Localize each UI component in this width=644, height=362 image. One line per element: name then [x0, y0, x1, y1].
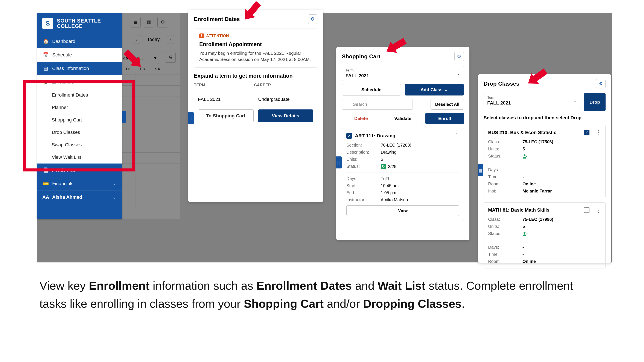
label-room: Room: — [488, 182, 518, 186]
brand-line1: SOUTH SEATTLE — [57, 18, 101, 23]
label-status: Status: — [346, 164, 376, 169]
calendar-icon: 📅 — [43, 52, 48, 57]
drawer-handle-icon[interactable]: ||| — [336, 156, 342, 168]
sidebar-item-user[interactable]: AA Aisha Ahmed ⌄ — [37, 191, 122, 204]
checkbox-unchecked-icon[interactable] — [584, 207, 590, 213]
value-instructor: Amiko Matsuo — [381, 197, 459, 202]
view-button[interactable]: View — [346, 205, 459, 216]
course-details: Class: 75-LEC (17996) Units: 5 Status: — [488, 217, 601, 238]
add-class-label: Add Class — [420, 87, 442, 92]
term-select[interactable]: Term: FALL 2021 ⌄ — [342, 66, 464, 81]
drawer-handle-icon[interactable]: ||| — [188, 112, 194, 124]
schedule-button[interactable]: Schedule — [342, 84, 401, 95]
status-enrolled-icon — [522, 154, 528, 159]
attention-label: ATTENTION — [206, 34, 229, 38]
drop-instruction: Select classes to drop and then select D… — [484, 115, 606, 121]
search-row: 🔍 Deselect All — [342, 99, 464, 110]
sidebar-item-label: Schedule — [52, 52, 72, 58]
sidebar-item-label: Aisha Ahmed — [52, 194, 82, 200]
kebab-menu-icon[interactable]: ⋮ — [454, 132, 459, 139]
term-value: FALL 2021 — [487, 100, 577, 106]
value-time: - — [522, 174, 601, 179]
search-input[interactable] — [342, 99, 413, 110]
value-class: 75-LEC (17506) — [522, 139, 601, 144]
value-class: 75-LEC (17996) — [522, 217, 601, 222]
svg-point-1 — [524, 232, 526, 234]
course-title: BUS 210: Bus & Econ Statistic — [488, 130, 556, 135]
sidebar-item-schedule[interactable]: 📅 Schedule — [37, 48, 122, 62]
drop-course-card-2: MATH 81: Basic Math Skills ⋮ Class: 75-L… — [484, 202, 606, 269]
drop-top-row: Term: FALL 2021 ⌄ Drop — [484, 93, 606, 111]
checkbox-checked-icon[interactable]: ✓ — [346, 133, 352, 139]
validate-button[interactable]: Validate — [384, 113, 422, 124]
value-section: 76-LEC (17283) — [381, 143, 459, 148]
label-units: Units: — [488, 147, 518, 151]
attention-title: Enrollment Appointment — [199, 41, 312, 47]
course-head: BUS 210: Bus & Econ Statistic ✓ ⋮ — [488, 129, 601, 136]
brand-line2: COLLEGE — [57, 23, 101, 29]
label-status: Status: — [488, 231, 518, 238]
cart-top-buttons: Schedule Add Class ⌄ — [342, 84, 464, 95]
term-label: Term: — [487, 95, 577, 100]
brand: S SOUTH SEATTLE COLLEGE — [37, 13, 122, 35]
value-units: 5 — [381, 157, 459, 162]
label-time: Time: — [488, 174, 518, 179]
attention-message: You may begin enrolling for the FALL 202… — [199, 50, 312, 63]
checkbox-checked-icon[interactable]: ✓ — [584, 130, 590, 135]
sidebar-item-class-information[interactable]: ▤ Class Information — [37, 62, 122, 75]
gear-icon[interactable]: ⚙ — [596, 79, 606, 88]
value-start: 10:45 am — [381, 183, 459, 188]
drawer-handle-icon[interactable]: ||| — [478, 164, 484, 176]
label-section: Section: — [346, 143, 376, 148]
value-days: - — [522, 245, 601, 250]
user-initials: AA — [43, 195, 48, 200]
term-select[interactable]: Term: FALL 2021 ⌄ — [484, 93, 581, 108]
drop-button[interactable]: Drop — [584, 93, 606, 111]
value-inst: Melanie Farrar — [522, 189, 601, 194]
kebab-menu-icon[interactable]: ⋮ — [596, 206, 601, 214]
enroll-button[interactable]: Enroll — [426, 113, 464, 124]
term-row[interactable]: FALL 2021 Undergraduate — [198, 93, 313, 105]
chevron-down-icon: ⌄ — [444, 87, 448, 92]
course-head: MATH 81: Basic Math Skills ⋮ — [488, 206, 601, 214]
label-time: Time: — [488, 252, 518, 257]
cart-action-row: Delete Validate Enroll — [342, 113, 464, 124]
career-value: Undergraduate — [258, 97, 290, 102]
add-class-button[interactable]: Add Class ⌄ — [405, 84, 464, 95]
delete-button[interactable]: Delete — [342, 113, 380, 124]
panel-body: Term: FALL 2021 ⌄ Drop Select classes to… — [478, 93, 611, 274]
brand-logo: S — [42, 18, 53, 29]
deselect-all-button[interactable]: Deselect All — [430, 99, 464, 110]
view-details-button[interactable]: View Details — [258, 109, 314, 122]
course-schedule: Days: - Time: - Room: Online Inst: Melan… — [488, 167, 601, 194]
col-career: CAREER — [254, 83, 271, 87]
gear-icon[interactable]: ⚙ — [308, 14, 318, 24]
sidebar-item-label: Financials — [52, 181, 74, 186]
attention-tag: ! ATTENTION — [199, 33, 312, 38]
status-enrolled-icon — [522, 231, 528, 237]
to-shopping-cart-button[interactable]: To Shopping Cart — [198, 109, 254, 122]
status-open-icon: O — [381, 164, 386, 169]
kebab-menu-icon[interactable]: ⋮ — [596, 129, 601, 136]
highlight-red-box — [23, 80, 135, 171]
term-value: FALL 2021 — [346, 73, 460, 78]
chevron-down-icon: ⌄ — [113, 181, 116, 186]
sidebar-item-label: Class Information — [52, 66, 89, 71]
value-room: Online — [522, 259, 601, 264]
sidebar-item-financials[interactable]: 💳 Financials ⌄ — [37, 177, 122, 191]
value-status — [522, 231, 601, 238]
value-time: - — [522, 252, 601, 257]
label-units: Units: — [346, 157, 376, 162]
home-icon: 🏠 — [43, 39, 48, 44]
value-units: 5 — [522, 147, 601, 151]
panel-body: Term: FALL 2021 ⌄ Schedule Add Class ⌄ 🔍… — [336, 66, 470, 226]
sidebar-item-dashboard[interactable]: 🏠 Dashboard — [37, 35, 122, 48]
course-details: Class: 75-LEC (17506) Units: 5 Status: — [488, 139, 601, 160]
value-status: O 3/25 — [381, 164, 459, 169]
label-room: Room: — [488, 259, 518, 264]
status-text: 3/25 — [388, 164, 396, 169]
value-units: 5 — [522, 224, 601, 229]
gear-icon[interactable]: ⚙ — [454, 52, 464, 61]
brand-text: SOUTH SEATTLE COLLEGE — [57, 18, 101, 29]
shopping-cart-panel: Shopping Cart ⚙ Term: FALL 2021 ⌄ Schedu… — [336, 47, 470, 240]
